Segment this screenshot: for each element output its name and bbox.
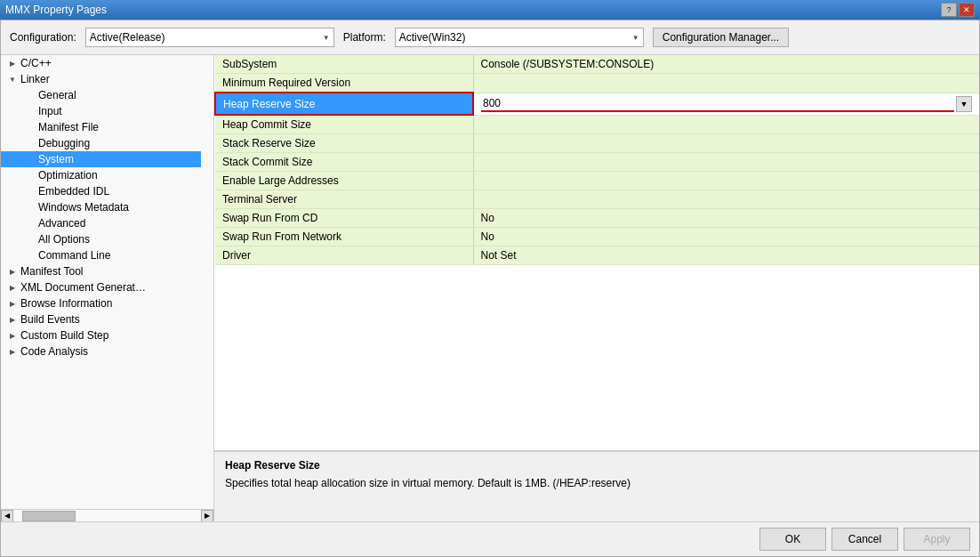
tree-wrapper: ▶C/C++▼LinkerGeneralInputManifest FileDe… [1,55,213,521]
prop-input-heap-reserve-size[interactable] [481,96,954,112]
tree-label-custom-build: Custom Build Step [20,329,108,342]
config-value: Active(Release) [90,31,165,44]
table-row[interactable]: Stack Reserve Size [215,134,979,153]
tree-label-windows-metadata: Windows Metadata [38,201,129,214]
tree-item-optimization[interactable]: Optimization [1,167,201,183]
dialog: Configuration: Active(Release) ▼ Platfor… [0,20,980,557]
prop-name-stack-reserve-size: Stack Reserve Size [215,134,473,153]
prop-value-heap-reserve-size[interactable]: ▼ [473,93,979,115]
tree-label-input: Input [38,105,62,117]
prop-name-enable-large-addresses: Enable Large Addresses [215,172,473,190]
table-row[interactable]: Terminal Server [215,190,979,209]
tree-item-code-analysis[interactable]: ▶Code Analysis [1,343,201,359]
prop-value-terminal-server [473,190,979,209]
h-scroll-track[interactable] [13,510,201,522]
tree-item-general[interactable]: General [1,87,201,103]
prop-name-stack-commit-size: Stack Commit Size [215,153,473,172]
tree-item-advanced[interactable]: Advanced [1,215,201,231]
prop-value-swap-run-from-network: No [473,228,979,246]
tree-expand-icon-code-analysis: ▶ [6,345,19,358]
table-row[interactable]: SubSystemConsole (/SUBSYSTEM:CONSOLE) [215,55,979,74]
toolbar: Configuration: Active(Release) ▼ Platfor… [1,20,979,55]
platform-combo-arrow: ▼ [632,34,639,42]
prop-value-driver: Not Set [473,246,979,265]
table-row[interactable]: Stack Commit Size [215,153,979,172]
config-label: Configuration: [10,31,76,44]
tree-item-system[interactable]: System [1,151,201,167]
tree-label-linker: Linker [20,73,50,85]
prop-name-min-required-version: Minimum Required Version [215,74,473,93]
apply-button[interactable]: Apply [904,528,970,551]
tree-item-build-events[interactable]: ▶Build Events [1,311,201,327]
prop-name-swap-run-from-network: Swap Run From Network [215,228,473,246]
tree-panel: ▶C/C++▼LinkerGeneralInputManifest FileDe… [1,55,214,521]
tree-item-linker[interactable]: ▼Linker [1,71,201,87]
prop-value-enable-large-addresses [473,172,979,190]
table-row[interactable]: Enable Large Addresses [215,172,979,190]
prop-name-heap-reserve-size: Heap Reserve Size [215,93,473,115]
platform-value: Active(Win32) [399,31,466,44]
tree-label-manifest-tool: Manifest Tool [20,265,83,278]
tree-label-browse-info: Browse Information [20,297,112,310]
table-row[interactable]: Swap Run From CDNo [215,209,979,228]
tree-item-manifest-tool[interactable]: ▶Manifest Tool [1,263,201,279]
tree-item-input[interactable]: Input [1,103,201,119]
prop-value-stack-commit-size [473,153,979,172]
tree-item-embedded-idl[interactable]: Embedded IDL [1,183,201,199]
prop-value-swap-run-from-cd: No [473,209,979,228]
tree-label-advanced: Advanced [38,217,85,230]
description-title: Heap Reserve Size [225,459,968,472]
prop-value-stack-reserve-size [473,134,979,153]
config-manager-button[interactable]: Configuration Manager... [653,28,789,47]
input-cell-heap-reserve-size[interactable]: ▼ [481,96,972,112]
tree-expand-icon-xml-document: ▶ [6,281,19,294]
config-combo[interactable]: Active(Release) ▼ [85,28,334,47]
prop-name-heap-commit-size: Heap Commit Size [215,115,473,134]
tree-item-windows-metadata[interactable]: Windows Metadata [1,199,201,215]
prop-name-terminal-server: Terminal Server [215,190,473,209]
tree-item-cpp[interactable]: ▶C/C++ [1,55,201,71]
tree-item-custom-build[interactable]: ▶Custom Build Step [1,327,201,343]
scroll-left-btn[interactable]: ◀ [1,510,13,522]
table-row[interactable]: DriverNot Set [215,246,979,265]
tree-label-command-line: Command Line [38,249,110,262]
platform-label: Platform: [343,31,386,44]
title-bar: MMX Property Pages ? ✕ [0,0,980,20]
content-area: ▶C/C++▼LinkerGeneralInputManifest FileDe… [1,55,979,521]
config-combo-arrow: ▼ [323,34,330,42]
tree-label-general: General [38,89,76,101]
horizontal-scrollbar[interactable]: ◀ ▶ [1,509,213,521]
tree-item-browse-info[interactable]: ▶Browse Information [1,295,201,311]
table-row[interactable]: Heap Reserve Size▼ [215,93,979,115]
scroll-right-btn[interactable]: ▶ [201,510,213,522]
tree-item-debugging[interactable]: Debugging [1,135,201,151]
ok-button[interactable]: OK [759,528,826,551]
h-scroll-thumb[interactable] [22,511,76,521]
prop-value-subsystem: Console (/SUBSYSTEM:CONSOLE) [473,55,979,74]
tree-item-manifest-file[interactable]: Manifest File [1,119,201,135]
tree-expand-icon-browse-info: ▶ [6,297,19,310]
prop-dropdown-arrow-heap-reserve-size[interactable]: ▼ [956,96,972,112]
prop-name-driver: Driver [215,246,473,265]
tree-label-xml-document: XML Document Generat… [20,281,146,294]
tree-item-all-options[interactable]: All Options [1,231,201,247]
tree-label-debugging: Debugging [38,137,90,149]
title-bar-text: MMX Property Pages [5,4,107,16]
table-row[interactable]: Heap Commit Size [215,115,979,134]
bottom-bar: OK Cancel Apply [1,521,979,556]
tree-label-build-events: Build Events [20,313,80,326]
tree-expand-icon-custom-build: ▶ [6,329,19,342]
tree-expand-icon-build-events: ▶ [6,313,19,326]
tree-item-xml-document[interactable]: ▶XML Document Generat… [1,279,201,295]
close-button[interactable]: ✕ [959,3,975,17]
cancel-button[interactable]: Cancel [831,528,898,551]
help-button[interactable]: ? [941,3,957,17]
tree-label-embedded-idl: Embedded IDL [38,185,109,198]
prop-value-heap-commit-size [473,115,979,134]
tree-item-command-line[interactable]: Command Line [1,247,201,263]
title-bar-controls: ? ✕ [941,3,975,17]
table-row[interactable]: Swap Run From NetworkNo [215,228,979,246]
tree-expand-icon-manifest-tool: ▶ [6,265,19,278]
platform-combo[interactable]: Active(Win32) ▼ [395,28,644,47]
table-row[interactable]: Minimum Required Version [215,74,979,93]
